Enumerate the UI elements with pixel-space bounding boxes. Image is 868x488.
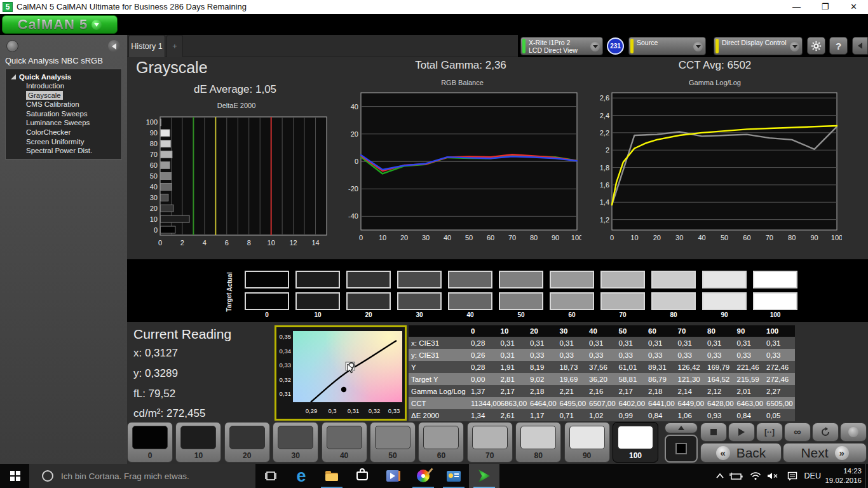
workflow-title: Quick Analysis NBC sRGB (5, 56, 103, 65)
svg-text:1,2: 1,2 (600, 216, 609, 224)
level-button-30[interactable]: 30 (273, 422, 318, 463)
show-desktop-button[interactable] (865, 464, 868, 488)
sidebar-item-saturation-sweeps[interactable]: Saturation Sweeps (6, 109, 121, 119)
taskbar: Ich bin Cortana. Frag mich etwas. e (0, 464, 868, 488)
actual-swatch-0 (245, 271, 289, 288)
next-chevron-icon: » (835, 446, 849, 460)
svg-text:-40: -40 (348, 212, 358, 220)
level-button-20[interactable]: 20 (224, 422, 270, 463)
swatch-level-label: 80 (651, 311, 696, 318)
movies-tv-button[interactable] (377, 464, 408, 488)
sidebar-item-spectral-power-dist-[interactable]: Spectral Power Dist. (6, 146, 121, 156)
pattern-window-button[interactable] (665, 435, 698, 463)
svg-text:100: 100 (571, 234, 581, 241)
level-button-100[interactable]: 100 (613, 422, 658, 463)
level-button-70[interactable]: 70 (467, 422, 513, 463)
reading-y: y: 0,3289 (133, 367, 178, 380)
restore-button[interactable]: ❐ (811, 0, 839, 14)
level-button-row: 0102030405060708090100 (127, 421, 661, 464)
tree-root-quick-analysis[interactable]: Quick Analysis (6, 72, 121, 81)
meter-dropdown[interactable]: X-Rite i1Pro 2LCD Direct View (520, 37, 603, 55)
sidebar-option-button[interactable] (6, 40, 18, 52)
level-button-10[interactable]: 10 (175, 422, 221, 463)
svg-text:0: 0 (158, 239, 162, 247)
panel-collapse-button[interactable] (852, 37, 868, 55)
tray-clock[interactable]: 14:23 19.02.2016 (825, 466, 862, 485)
target-swatch-10 (295, 292, 340, 310)
start-button[interactable] (0, 464, 31, 488)
settings-button[interactable] (807, 37, 825, 55)
play-button[interactable] (728, 423, 755, 442)
sidebar-item-screen-uniformity[interactable]: Screen Uniformity (6, 137, 121, 147)
calman-taskbar-button[interactable] (469, 464, 499, 488)
gamma-chart-plot: 1,21,41,61,822,22,42,6010203040506070809… (588, 88, 842, 249)
table-row-cct: CCT11344,006863,006464,006495,006507,006… (409, 397, 795, 409)
pattern-up-button[interactable] (665, 423, 698, 433)
deltae-chart-plot: 010203040506070809010002468101214 (141, 111, 332, 252)
close-button[interactable]: ✕ (839, 0, 868, 14)
sidebar-item-introduction[interactable]: Introduction (6, 81, 121, 91)
source-dropdown[interactable]: Source (628, 37, 706, 55)
sidebar-item-colorchecker[interactable]: ColorChecker (6, 128, 121, 137)
action-center-icon (787, 471, 798, 481)
tray-time: 14:23 (825, 466, 862, 476)
language-indicator[interactable]: DEU (804, 464, 821, 488)
sidebar-item-grayscale[interactable]: Grayscale (6, 91, 121, 100)
file-explorer-button[interactable] (316, 464, 347, 488)
sidebar-item-cms-calibration[interactable]: CMS Calibration (6, 100, 121, 109)
svg-text:4: 4 (203, 239, 207, 247)
gamma-chart: Gamma Log/Log 1,21,41,61,822,22,42,60102… (588, 79, 842, 249)
help-button[interactable]: ? (829, 37, 848, 55)
cortana-search-box[interactable]: Ich bin Cortana. Frag mich etwas. (29, 464, 255, 488)
svg-text:6: 6 (225, 239, 229, 247)
tray-volume[interactable] (767, 464, 779, 488)
read-single-button[interactable]: [··] (756, 423, 783, 442)
tab-add-button[interactable]: + (166, 35, 183, 57)
level-button-50[interactable]: 50 (370, 422, 416, 463)
level-button-80[interactable]: 80 (515, 422, 561, 463)
svg-text:0: 0 (359, 234, 363, 241)
deltae-bar-60 (161, 162, 170, 169)
read-continuous-button[interactable]: ∞ (784, 423, 811, 442)
sidebar-collapse-button[interactable] (108, 40, 120, 52)
chevron-down-icon (693, 42, 703, 51)
deltae-bar-80 (161, 140, 171, 147)
disc-button[interactable] (840, 423, 867, 442)
task-view-button[interactable] (255, 464, 286, 488)
tray-chevron-button[interactable] (715, 464, 724, 488)
svg-text:2,4: 2,4 (600, 112, 609, 119)
refresh-button[interactable] (812, 423, 839, 442)
tray-battery[interactable] (729, 464, 743, 488)
svg-text:50: 50 (465, 234, 473, 241)
level-button-60[interactable]: 60 (418, 422, 464, 463)
sidebar-item-luminance-sweeps[interactable]: Luminance Sweeps (6, 118, 121, 128)
folder-icon (325, 473, 338, 481)
tab-history-1[interactable]: History 1 (128, 35, 165, 57)
total-gamma-value: Total Gamma: 2,36 (356, 59, 566, 72)
level-button-90[interactable]: 90 (564, 422, 610, 463)
next-button[interactable]: Next » (783, 443, 867, 463)
calman-logo[interactable]: CalMAN 5 (2, 15, 118, 34)
logo-dropdown-icon[interactable] (92, 20, 102, 30)
actual-swatch-30 (397, 271, 442, 288)
action-center-button[interactable] (787, 464, 798, 488)
svg-text:80: 80 (530, 234, 538, 241)
back-button[interactable]: « Back (700, 443, 782, 463)
tree-expand-icon (11, 74, 16, 79)
level-button-0[interactable]: 0 (127, 422, 173, 463)
store-bag-icon (356, 471, 368, 480)
paint-button[interactable] (408, 464, 438, 488)
store-button[interactable] (347, 464, 377, 488)
edge-button[interactable]: e (286, 464, 316, 488)
tray-wifi[interactable] (750, 464, 761, 488)
swatch-level-label: 0 (245, 311, 289, 318)
stop-button[interactable] (700, 423, 727, 442)
svg-text:60: 60 (743, 234, 750, 241)
rgb-balance-chart: RGB Balance -40-200204001020304050607080… (343, 79, 581, 249)
display-app-button[interactable] (438, 464, 469, 488)
app-icon: 5 (3, 2, 13, 12)
level-button-40[interactable]: 40 (322, 422, 367, 463)
display-control-dropdown[interactable]: Direct Display Control (714, 37, 803, 55)
minimize-button[interactable]: — (782, 0, 811, 14)
help-icon: ? (836, 41, 841, 51)
